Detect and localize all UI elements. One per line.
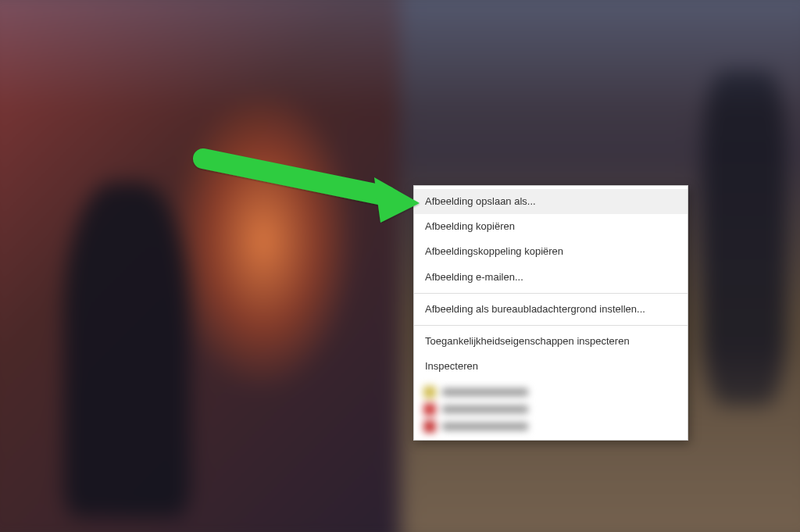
menu-item-copy-image-link[interactable]: Afbeeldingskoppeling kopiëren — [414, 239, 688, 264]
menu-item-label: Afbeelding opslaan als... — [425, 195, 536, 207]
menu-item-label: Afbeelding e-mailen... — [425, 271, 523, 283]
menu-item-email-image[interactable]: Afbeelding e-mailen... — [414, 265, 688, 290]
menu-separator — [414, 325, 688, 326]
menu-item-label: Afbeelding als bureaubladachtergrond ins… — [425, 303, 645, 315]
blurred-menu-items — [414, 379, 688, 437]
menu-item-inspect[interactable]: Inspecteren — [414, 354, 688, 379]
menu-separator — [414, 293, 688, 294]
menu-item-label: Inspecteren — [425, 360, 478, 372]
menu-item-inspect-accessibility[interactable]: Toegankelijkheidseigenschappen inspecter… — [414, 329, 688, 354]
menu-item-set-as-desktop-background[interactable]: Afbeelding als bureaubladachtergrond ins… — [414, 297, 688, 322]
image-context-menu: Afbeelding opslaan als... Afbeelding kop… — [413, 185, 688, 441]
menu-item-label: Afbeeldingskoppeling kopiëren — [425, 245, 563, 257]
menu-item-label: Toegankelijkheidseigenschappen inspecter… — [425, 335, 630, 347]
menu-item-save-image-as[interactable]: Afbeelding opslaan als... — [414, 189, 688, 214]
menu-item-copy-image[interactable]: Afbeelding kopiëren — [414, 214, 688, 239]
menu-item-label: Afbeelding kopiëren — [425, 220, 515, 232]
